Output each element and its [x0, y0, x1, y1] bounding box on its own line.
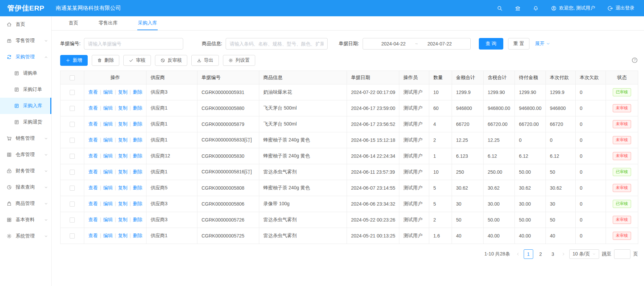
prev-page-button[interactable] [515, 252, 521, 256]
reset-button[interactable]: 重 置 [508, 38, 530, 50]
page-button-2[interactable]: 2 [536, 249, 545, 259]
row-checkbox[interactable] [70, 122, 75, 127]
page-button-3[interactable]: 3 [548, 249, 558, 259]
row-checkbox[interactable] [70, 186, 75, 191]
row-checkbox[interactable] [70, 217, 75, 223]
delete-link[interactable]: 删除 [133, 121, 142, 127]
expand-toggle[interactable]: 展开 [535, 41, 550, 47]
edit-link[interactable]: 编辑 [103, 217, 113, 222]
doc-no-input[interactable] [84, 38, 183, 50]
delete-link[interactable]: 删除 [133, 185, 142, 190]
date-to-value[interactable]: 2024-07-22 [428, 41, 452, 46]
edit-link[interactable]: 编辑 [103, 169, 113, 174]
edit-link[interactable]: 编辑 [103, 105, 113, 111]
date-range-picker[interactable]: 2024-04-22 ~ 2024-07-22 [363, 38, 471, 50]
tab-retail-outbound[interactable]: 零售出库 [98, 16, 118, 30]
copy-link[interactable]: 复制 [118, 121, 127, 127]
row-checkbox[interactable] [70, 106, 75, 111]
search-submit-button[interactable]: 查 询 [479, 38, 503, 50]
search-button[interactable] [497, 5, 503, 11]
product-info-input[interactable] [226, 38, 328, 50]
copy-link[interactable]: 复制 [118, 89, 127, 95]
link-separator: | [129, 217, 131, 222]
row-checkbox[interactable] [70, 90, 75, 95]
copy-link[interactable]: 复制 [118, 201, 127, 206]
sidebar-item-purchase-mgmt[interactable]: 采购管理 [0, 49, 51, 65]
copy-link[interactable]: 复制 [118, 137, 127, 142]
sidebar-item-report-query[interactable]: 报表查询 [0, 179, 51, 195]
delete-link[interactable]: 删除 [133, 137, 142, 142]
sidebar-item-system-mgmt[interactable]: 系统管理 [0, 228, 51, 244]
sidebar-item-sales-mgmt[interactable]: 销售管理 [0, 130, 51, 147]
edit-link[interactable]: 编辑 [103, 121, 113, 127]
delete-link[interactable]: 删除 [133, 217, 142, 222]
column-settings-button[interactable]: 列设置 [223, 55, 255, 66]
export-button[interactable]: 导出 [191, 55, 219, 66]
view-link[interactable]: 查看 [88, 137, 98, 142]
logout-button[interactable]: 退出登录 [607, 5, 634, 11]
sidebar-item-purchase-order[interactable]: 采购订单 [0, 81, 51, 98]
row-checkbox[interactable] [70, 154, 75, 159]
sidebar-item-purchase-inbound[interactable]: 采购入库 [0, 98, 51, 114]
delete-button[interactable]: 删除 [92, 55, 119, 66]
row-checkbox[interactable] [70, 202, 75, 207]
view-link[interactable]: 查看 [88, 121, 98, 127]
copy-link[interactable]: 复制 [118, 153, 127, 158]
sidebar-item-purchase-return[interactable]: 采购退货 [0, 114, 51, 130]
delete-link[interactable]: 删除 [133, 201, 142, 206]
jump-page-input[interactable] [614, 249, 630, 259]
sidebar-item-goods-mgmt[interactable]: 商品管理 [0, 195, 51, 212]
sidebar-item-warehouse-mgmt[interactable]: 仓库管理 [0, 147, 51, 163]
copy-link[interactable]: 复制 [118, 105, 127, 111]
row-checkbox[interactable] [70, 138, 75, 143]
copy-link[interactable]: 复制 [118, 169, 127, 174]
view-link[interactable]: 查看 [88, 233, 98, 238]
page-button-1[interactable]: 1 [524, 249, 533, 259]
view-link[interactable]: 查看 [88, 217, 98, 222]
edit-link[interactable]: 编辑 [103, 137, 113, 142]
view-link[interactable]: 查看 [88, 153, 98, 158]
cell-date: 2024-05-22 00:23:26 [347, 212, 399, 228]
sidebar-item-finance-mgmt[interactable]: 财务管理 [0, 163, 51, 179]
copy-link[interactable]: 复制 [118, 233, 127, 238]
sidebar-item-basic-data[interactable]: 基本资料 [0, 212, 51, 228]
next-page-button[interactable] [560, 252, 567, 256]
view-link[interactable]: 查看 [88, 185, 98, 190]
delete-link[interactable]: 删除 [133, 105, 142, 111]
copy-link[interactable]: 复制 [118, 185, 127, 190]
select-all-checkbox[interactable] [70, 75, 75, 80]
edit-link[interactable]: 编辑 [103, 185, 113, 190]
row-checkbox[interactable] [70, 233, 75, 239]
delete-link[interactable]: 删除 [133, 233, 142, 238]
sidebar-item-purchase-request[interactable]: 请购单 [0, 65, 51, 81]
view-link[interactable]: 查看 [88, 89, 98, 95]
edit-link[interactable]: 编辑 [103, 201, 113, 206]
delete-link[interactable]: 删除 [133, 89, 142, 95]
delete-link[interactable]: 删除 [133, 153, 142, 158]
delete-link[interactable]: 删除 [133, 169, 142, 174]
unaudit-button[interactable]: 反审核 [155, 55, 187, 66]
sidebar-item-retail-mgmt[interactable]: 零售管理 [0, 33, 51, 49]
notifications-button[interactable] [533, 5, 539, 11]
help-icon[interactable]: ? [631, 57, 638, 64]
edit-link[interactable]: 编辑 [103, 153, 113, 158]
welcome-user[interactable]: 欢迎您, 测试用户 [551, 5, 595, 11]
cell-tax-amount: 30.00 [484, 196, 515, 212]
view-link[interactable]: 查看 [88, 201, 98, 206]
copy-link[interactable]: 复制 [118, 217, 127, 222]
sidebar-item-home[interactable]: 首页 [0, 16, 51, 33]
edit-link[interactable]: 编辑 [103, 89, 113, 95]
row-checkbox[interactable] [70, 170, 75, 175]
date-from-value[interactable]: 2024-04-22 [381, 41, 406, 46]
audit-button[interactable]: 审核 [123, 55, 151, 66]
link-separator: | [115, 153, 116, 158]
tab-purchase-inbound[interactable]: 采购入库 [137, 16, 158, 30]
edit-link[interactable]: 编辑 [103, 233, 113, 238]
page-size-select[interactable]: 10 条/页 [569, 249, 599, 259]
link-separator: | [129, 169, 131, 174]
add-button[interactable]: 新增 [60, 55, 88, 66]
view-link[interactable]: 查看 [88, 105, 98, 111]
tab-home[interactable]: 首页 [68, 16, 79, 30]
view-link[interactable]: 查看 [88, 169, 98, 174]
org-button[interactable] [515, 5, 521, 11]
